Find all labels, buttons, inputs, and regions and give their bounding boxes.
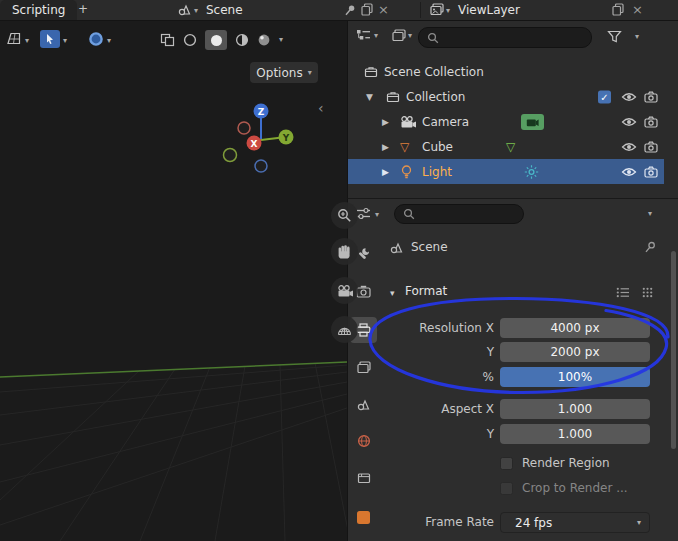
frame-rate-dropdown[interactable]: 24 fps ▾ xyxy=(500,512,650,533)
viewport-select-tool-button[interactable] xyxy=(88,31,104,47)
shading-rendered-icon[interactable] xyxy=(257,33,271,47)
zoom-button[interactable] xyxy=(331,202,358,229)
collection-checkbox[interactable]: ✓ xyxy=(598,90,611,103)
aspect-y-field[interactable]: 1.000 xyxy=(500,424,650,444)
resolution-pct-value: 100% xyxy=(558,370,592,384)
eye-icon[interactable] xyxy=(621,141,637,153)
tab-collection-props[interactable] xyxy=(350,465,377,491)
display-mode-button[interactable] xyxy=(392,29,406,42)
chevron-down-icon[interactable]: ▾ xyxy=(194,7,198,15)
chevron-down-icon[interactable]: ▾ xyxy=(107,37,111,45)
chevron-down-icon: ▾ xyxy=(637,518,641,527)
gizmo-neg-y-handle[interactable] xyxy=(224,149,237,162)
resolution-pct-label: % xyxy=(382,367,494,387)
gizmo-neg-x-handle[interactable] xyxy=(238,122,250,134)
properties-panel: ▾ ▾ Scene xyxy=(347,198,678,541)
options-button[interactable]: Options ▾ xyxy=(250,62,318,83)
crop-to-render-checkbox[interactable] xyxy=(500,482,513,495)
tab-world[interactable] xyxy=(350,428,377,454)
row-label: Cube xyxy=(422,140,453,154)
outliner-row-scene-collection[interactable]: Scene Collection xyxy=(348,59,678,84)
list-presets-icon[interactable] xyxy=(616,287,630,298)
scene-selector[interactable]: Scene xyxy=(206,0,243,20)
expand-open-icon[interactable]: ▼ xyxy=(366,92,373,101)
pan-button[interactable] xyxy=(331,238,358,265)
properties-search-input[interactable] xyxy=(394,204,524,224)
search-icon xyxy=(427,32,439,44)
add-workspace-button[interactable]: + xyxy=(72,0,94,20)
outliner-row-camera[interactable]: ▶ Camera xyxy=(348,109,678,134)
tab-view-layer[interactable] xyxy=(350,354,377,380)
pin-icon[interactable] xyxy=(644,241,656,253)
shading-solid-button[interactable] xyxy=(205,30,227,50)
cursor-icon xyxy=(45,33,55,45)
chevron-down-icon[interactable]: ▾ xyxy=(375,211,379,219)
expand-closed-icon[interactable]: ▶ xyxy=(382,167,389,176)
render-region-checkbox[interactable] xyxy=(500,457,513,470)
outliner-editor-type-button[interactable] xyxy=(356,29,371,41)
camera-visibility-icon[interactable] xyxy=(644,91,658,103)
grid-presets-icon[interactable] xyxy=(642,287,653,298)
viewport-3d[interactable]: ▾ ▾ ▾ ▾ Options ▾ xyxy=(0,20,347,541)
eye-icon[interactable] xyxy=(621,166,637,178)
shading-wireframe-icon[interactable] xyxy=(183,33,197,47)
editor-type-button[interactable] xyxy=(6,32,22,45)
tab-object[interactable] xyxy=(350,504,377,530)
close-icon[interactable]: × xyxy=(632,0,643,19)
chevron-down-icon[interactable]: ▾ xyxy=(374,32,378,40)
close-icon[interactable]: × xyxy=(378,0,389,19)
expand-closed-icon[interactable]: ▶ xyxy=(382,117,389,126)
resolution-y-field[interactable]: 2000 px xyxy=(500,342,650,362)
scrollbar-thumb[interactable] xyxy=(671,251,676,449)
chevron-down-icon[interactable]: ▾ xyxy=(63,37,67,45)
section-title[interactable]: Format xyxy=(405,284,447,298)
frame-rate-value: 24 fps xyxy=(515,516,552,530)
breadcrumb[interactable]: Scene xyxy=(411,240,448,254)
camera-visibility-icon[interactable] xyxy=(644,166,658,178)
eye-icon[interactable] xyxy=(621,116,637,128)
outliner-row-collection[interactable]: ▼ Collection ✓ xyxy=(348,84,678,109)
gizmo-y-label: Y xyxy=(282,133,290,143)
outliner-search-input[interactable] xyxy=(418,27,592,48)
navigation-gizmo[interactable]: Z Y X xyxy=(220,102,304,180)
chevron-down-icon[interactable]: ▾ xyxy=(635,33,639,41)
camera-data-badge[interactable] xyxy=(521,114,544,130)
chevron-down-icon[interactable]: ▾ xyxy=(25,37,29,45)
chevron-down-icon[interactable]: ▾ xyxy=(648,210,652,218)
gizmo-neg-z-handle[interactable] xyxy=(255,160,267,172)
topbar-divider xyxy=(420,2,421,18)
tab-scene[interactable] xyxy=(350,391,377,417)
chevron-down-icon[interactable]: ▾ xyxy=(408,32,412,40)
viewport-mode-button[interactable] xyxy=(40,30,60,48)
outliner-row-light[interactable]: ▶ Light xyxy=(348,159,664,184)
gizmo-toggle-icon[interactable] xyxy=(160,33,175,47)
filter-icon[interactable] xyxy=(607,30,622,43)
row-label: Light xyxy=(422,165,452,179)
chevron-down-icon[interactable]: ▾ xyxy=(279,36,283,44)
new-viewlayer-icon[interactable] xyxy=(612,3,624,16)
render-region-label: Render Region xyxy=(522,456,610,471)
sidebar-collapse-icon[interactable]: ‹ xyxy=(318,100,324,116)
chevron-down-icon[interactable]: ▾ xyxy=(446,7,450,15)
new-scene-icon[interactable] xyxy=(361,3,373,16)
viewport-shading-group: ▾ xyxy=(160,29,283,51)
properties-editor-type-button[interactable] xyxy=(356,207,371,220)
camera-visibility-icon[interactable] xyxy=(644,116,658,128)
camera-visibility-icon[interactable] xyxy=(644,141,658,153)
resolution-pct-field[interactable]: 100% xyxy=(500,367,650,387)
workspace-tab-scripting[interactable]: Scripting xyxy=(0,0,77,20)
outliner-row-cube[interactable]: ▶ ▽ Cube ▽ xyxy=(348,134,678,159)
workspace-tab-label: Scripting xyxy=(12,3,65,17)
aspect-x-field[interactable]: 1.000 xyxy=(500,399,650,419)
camera-view-button[interactable] xyxy=(331,277,358,304)
frame-rate-label: Frame Rate xyxy=(382,512,494,532)
shading-material-icon[interactable] xyxy=(235,33,249,47)
section-collapse-icon[interactable]: ▾ xyxy=(390,289,395,297)
pin-icon[interactable] xyxy=(344,4,356,16)
orthographic-toggle-button[interactable] xyxy=(331,316,358,343)
eye-icon[interactable] xyxy=(621,91,637,103)
viewlayer-selector[interactable]: ViewLayer xyxy=(458,0,520,20)
resolution-x-field[interactable]: 4000 px xyxy=(500,318,650,338)
expand-closed-icon[interactable]: ▶ xyxy=(382,142,389,151)
light-data-icon xyxy=(524,164,539,179)
